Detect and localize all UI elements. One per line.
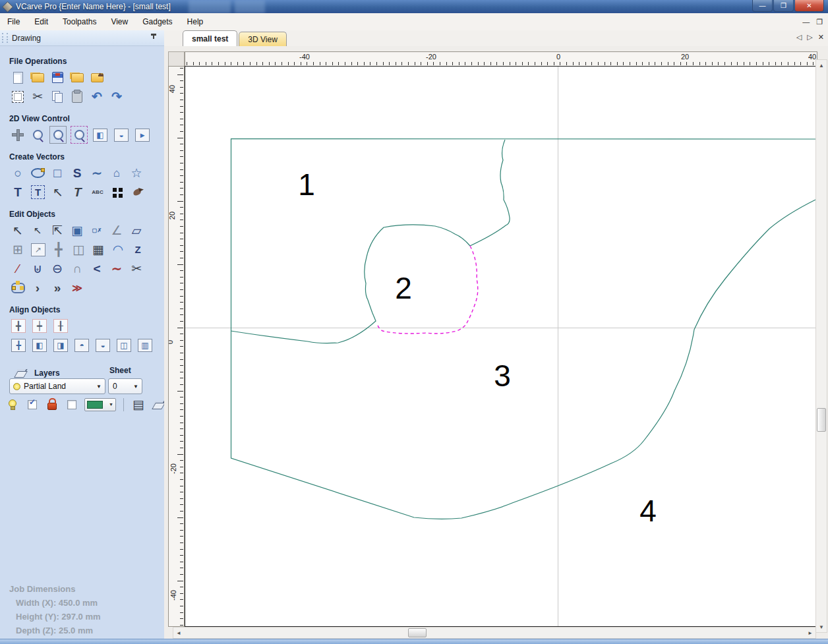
offset-object-icon[interactable]: ⊞ bbox=[10, 241, 26, 258]
center-object-icon[interactable]: ╋ bbox=[51, 241, 67, 258]
horizontal-scroll-thumb[interactable] bbox=[408, 628, 427, 637]
draw-curve-icon[interactable]: ∼ bbox=[89, 165, 105, 181]
group-objects-icon[interactable]: ▣ bbox=[69, 222, 85, 239]
tab-3d-view[interactable]: 3D View bbox=[239, 32, 286, 46]
tab-scroll-left-button[interactable]: ◁ bbox=[796, 33, 802, 42]
pin-icon[interactable] bbox=[150, 34, 158, 42]
tab-close-button[interactable]: ✕ bbox=[818, 33, 824, 42]
align-center-vertical-icon[interactable]: ╂ bbox=[53, 319, 68, 333]
text-frame-icon[interactable]: T bbox=[68, 184, 87, 200]
scale-object-icon[interactable]: ↗ bbox=[31, 243, 45, 256]
align-center-both-icon[interactable]: ╋ bbox=[11, 319, 26, 333]
zoom-window-icon[interactable] bbox=[49, 126, 67, 144]
minimize-button[interactable]: — bbox=[752, 0, 773, 12]
draw-polygon-icon[interactable]: ⌂ bbox=[109, 165, 125, 181]
tab-scroll-right-button[interactable]: ▷ bbox=[807, 33, 812, 42]
menu-toolpaths[interactable]: Toolpaths bbox=[55, 15, 104, 29]
array-copy-icon[interactable]: ▦ bbox=[90, 241, 106, 258]
drawing-canvas[interactable]: 1234 bbox=[185, 66, 817, 627]
weld-vectors-icon[interactable]: ⊎ bbox=[30, 260, 45, 277]
mirror-object-icon[interactable]: ◫ bbox=[71, 241, 86, 258]
align-left-icon[interactable]: ◧ bbox=[32, 339, 47, 352]
draw-star-icon[interactable]: ☆ bbox=[129, 165, 144, 181]
cut-vector-icon[interactable]: ✂ bbox=[129, 260, 144, 277]
menu-help[interactable]: Help bbox=[180, 15, 211, 29]
document-restore-button[interactable]: ❐ bbox=[816, 18, 823, 26]
zoom-extents-icon[interactable] bbox=[71, 126, 88, 144]
menu-edit[interactable]: Edit bbox=[27, 15, 55, 29]
layer-active-checkbox[interactable] bbox=[64, 396, 80, 413]
redo-icon[interactable]: ↷ bbox=[109, 88, 125, 105]
region-label-4[interactable]: 4 bbox=[639, 493, 657, 529]
draw-circle-icon[interactable]: ○ bbox=[10, 165, 26, 181]
extend-vector-icon[interactable]: ∼ bbox=[109, 260, 125, 277]
import-bitmap-icon[interactable] bbox=[89, 69, 105, 86]
new-file-icon[interactable] bbox=[10, 69, 26, 86]
space-horizontal-icon[interactable]: ◫ bbox=[117, 339, 131, 352]
region-label-3[interactable]: 3 bbox=[494, 358, 511, 394]
scroll-left-button[interactable]: ◄ bbox=[173, 628, 184, 638]
toggle-left-panel-icon[interactable]: ◧ bbox=[93, 129, 107, 142]
paste-icon[interactable] bbox=[69, 88, 85, 105]
scroll-right-button[interactable]: ► bbox=[805, 628, 815, 638]
move-cursor-icon[interactable]: ⇱ bbox=[49, 222, 65, 239]
ungroup-objects-icon[interactable]: ▢✗ bbox=[89, 222, 105, 239]
arc-text-icon[interactable]: ABC bbox=[90, 184, 105, 200]
horizontal-scrollbar[interactable]: ◄ ► bbox=[173, 627, 816, 639]
region-label-1[interactable]: 1 bbox=[298, 167, 315, 202]
intersect-vectors-icon[interactable]: ∩ bbox=[69, 260, 85, 277]
align-bottom-icon[interactable]: ◒ bbox=[96, 339, 110, 352]
layer-lock-icon[interactable] bbox=[44, 396, 60, 413]
select-text-icon[interactable]: ↖ bbox=[50, 184, 66, 200]
vector-island-teal[interactable] bbox=[231, 225, 470, 343]
edit-nodes-icon[interactable] bbox=[10, 279, 26, 296]
draw-text-box-icon[interactable]: T bbox=[31, 185, 45, 199]
toggle-bottom-panel-icon[interactable]: ◒ bbox=[114, 129, 129, 142]
vector-squiggle[interactable] bbox=[470, 140, 510, 246]
join-vectors-move-icon[interactable]: › bbox=[30, 279, 45, 296]
sheet-select-dropdown[interactable]: 0 ▼ bbox=[108, 378, 142, 394]
copy-icon[interactable] bbox=[49, 88, 65, 105]
layer-color-swatch[interactable] bbox=[84, 398, 116, 411]
region-label-2[interactable]: 2 bbox=[395, 270, 412, 306]
vector-island-selected[interactable] bbox=[377, 246, 478, 334]
drawing-panel-header[interactable]: Drawing bbox=[0, 30, 164, 46]
align-right-icon[interactable]: ◨ bbox=[53, 339, 68, 352]
panel-grip[interactable] bbox=[2, 33, 8, 43]
distort-object-icon[interactable]: ▱ bbox=[129, 222, 144, 239]
align-center-horizontal-icon[interactable]: ┿ bbox=[32, 319, 47, 333]
close-button[interactable]: ✕ bbox=[794, 0, 824, 12]
space-vertical-icon[interactable]: ▥ bbox=[138, 339, 152, 352]
draw-text-icon[interactable]: T bbox=[10, 184, 26, 200]
layer-visible-checkbox[interactable] bbox=[24, 396, 40, 413]
switch-3d-view-icon[interactable]: ▸ bbox=[135, 129, 150, 142]
trim-line-icon[interactable]: ∕ bbox=[10, 260, 26, 277]
zoom-selection-icon[interactable] bbox=[30, 127, 45, 143]
qr-code-icon[interactable] bbox=[109, 184, 125, 200]
scroll-down-button[interactable]: ▼ bbox=[816, 622, 827, 632]
restore-button[interactable]: ❐ bbox=[773, 0, 794, 12]
measure-icon[interactable]: ∠ bbox=[109, 222, 125, 239]
cut-icon[interactable]: ✂ bbox=[30, 88, 45, 105]
align-material-center-icon[interactable]: ╋ bbox=[11, 339, 26, 352]
join-vectors-curve-icon[interactable]: ≫ bbox=[69, 279, 85, 296]
align-top-icon[interactable]: ◓ bbox=[74, 339, 89, 352]
subtract-vectors-icon[interactable]: ⊖ bbox=[49, 260, 65, 277]
open-file-icon[interactable] bbox=[30, 69, 45, 86]
menu-file[interactable]: File bbox=[0, 15, 27, 29]
tab-small-test[interactable]: small test bbox=[183, 30, 237, 46]
zigzag-text-icon[interactable]: Z bbox=[130, 241, 146, 258]
node-edit-cursor-icon[interactable]: ↖ bbox=[30, 222, 45, 239]
menu-view[interactable]: View bbox=[104, 15, 135, 29]
vector-boundary-outline[interactable] bbox=[231, 139, 816, 519]
draw-polyline-icon[interactable]: S bbox=[69, 165, 85, 181]
trim-vector-icon[interactable]: < bbox=[89, 260, 105, 277]
vertical-scroll-thumb[interactable] bbox=[817, 408, 826, 432]
scroll-up-button[interactable]: ▲ bbox=[816, 60, 827, 71]
layer-select-dropdown[interactable]: Partial Land ▼ bbox=[9, 378, 105, 394]
menu-gadgets[interactable]: Gadgets bbox=[135, 15, 179, 29]
import-vectors-icon[interactable] bbox=[69, 69, 85, 86]
draw-ellipse-icon[interactable] bbox=[30, 165, 45, 181]
join-vectors-line-icon[interactable]: » bbox=[49, 279, 65, 296]
select-cursor-icon[interactable]: ↖ bbox=[10, 222, 26, 239]
